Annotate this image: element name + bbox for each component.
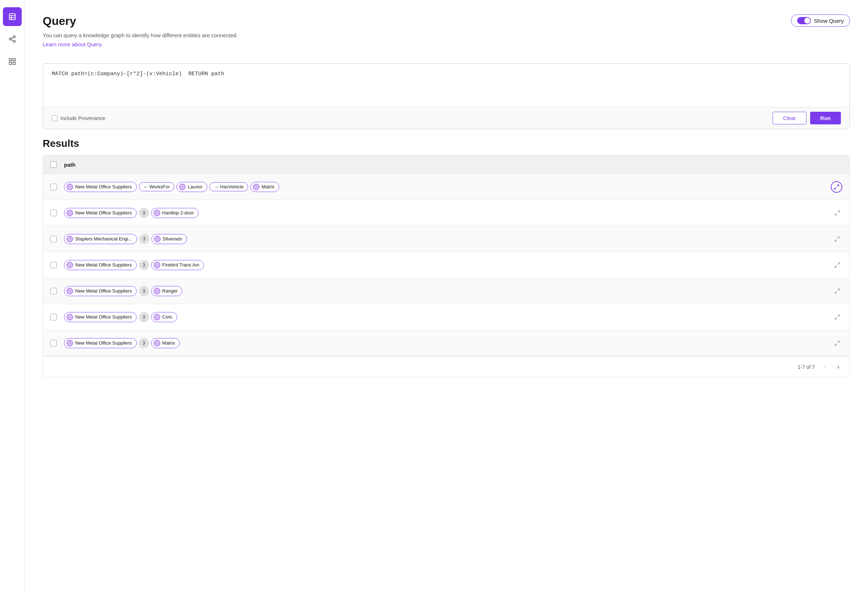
row-checkbox[interactable] — [50, 236, 57, 242]
svg-line-17 — [838, 237, 840, 239]
pill-entity: Hardtop 2-door — [151, 208, 199, 218]
sidebar — [0, 0, 25, 593]
svg-rect-12 — [13, 62, 15, 64]
svg-line-25 — [838, 341, 840, 343]
entity-icon — [66, 184, 73, 190]
row-checkbox[interactable] — [50, 210, 57, 216]
svg-line-19 — [838, 263, 840, 265]
svg-point-6 — [13, 40, 15, 43]
pill-entity: Matrix — [250, 182, 279, 192]
entity-icon — [66, 314, 73, 320]
pill-entity: New Metal Office Suppliers — [64, 286, 137, 296]
svg-rect-0 — [9, 14, 15, 20]
expand-icon — [834, 288, 840, 294]
pill-label: Lauren — [188, 184, 202, 189]
expand-icon — [834, 314, 840, 320]
sidebar-item-grid[interactable] — [3, 52, 22, 71]
row-checkbox[interactable] — [50, 262, 57, 268]
page-title: Query — [43, 15, 238, 28]
row-content: New Metal Office Suppliers 3 Civic — [64, 312, 825, 322]
row-checkbox[interactable] — [50, 184, 57, 190]
svg-line-23 — [838, 315, 840, 317]
sidebar-item-table[interactable] — [3, 7, 22, 26]
expand-button[interactable] — [832, 338, 842, 348]
svg-line-8 — [11, 37, 13, 39]
pill-entity: New Metal Office Suppliers — [64, 208, 137, 218]
svg-rect-9 — [9, 59, 11, 61]
expand-button[interactable] — [832, 260, 842, 270]
svg-point-4 — [13, 36, 15, 38]
pill-label: New Metal Office Suppliers — [75, 340, 132, 346]
expand-button[interactable] — [832, 208, 842, 218]
entity-icon — [154, 210, 160, 216]
table-row: New Metal Office Suppliers 3 Hardtop 2-d… — [43, 200, 850, 226]
svg-line-18 — [835, 239, 837, 241]
expand-button[interactable] — [832, 234, 842, 244]
pill-label: New Metal Office Suppliers — [75, 210, 132, 215]
expand-icon — [834, 236, 840, 242]
pill-entity: Civic — [151, 312, 177, 322]
table-row: New Metal Office Suppliers 3 Civic — [43, 304, 850, 330]
row-content: Staplers Mechanical Engi... 3 Silverado — [64, 234, 825, 244]
expand-button[interactable] — [831, 181, 842, 193]
expand-button[interactable] — [832, 312, 842, 322]
row-checkbox[interactable] — [50, 314, 57, 320]
svg-rect-11 — [9, 62, 11, 64]
pill-label: Silverado — [163, 236, 182, 242]
entity-icon — [154, 262, 160, 268]
query-footer: Include Provenance Clear Run — [43, 107, 850, 129]
table-icon — [8, 13, 16, 21]
row-checkbox[interactable] — [50, 340, 57, 347]
arrow-label: → HasVehicle — [214, 184, 244, 189]
row-content: New Metal Office Suppliers 3 Hardtop 2-d… — [64, 208, 825, 218]
show-query-toggle[interactable]: Show Query — [791, 15, 850, 27]
table-row: New Metal Office Suppliers 3 Matrix — [43, 330, 850, 356]
pill-arrow: → HasVehicle — [210, 182, 248, 191]
run-button[interactable]: Run — [810, 112, 841, 124]
pill-entity: New Metal Office Suppliers — [64, 260, 137, 270]
expand-icon — [834, 340, 840, 346]
pagination-next-button[interactable]: › — [834, 361, 842, 372]
pill-label: Matrix — [261, 184, 274, 189]
arrow-label: ← WorksFor — [143, 184, 170, 189]
entity-icon — [253, 184, 259, 190]
sidebar-item-graph[interactable] — [3, 30, 22, 49]
pill-entity: Firebird Trans Am — [151, 260, 204, 270]
pill-label: Ranger — [162, 288, 178, 294]
pill-label: New Metal Office Suppliers — [75, 314, 132, 320]
pagination-prev-button[interactable]: ‹ — [821, 361, 828, 372]
pill-label: Civic — [162, 314, 173, 320]
entity-icon — [179, 184, 186, 190]
results-title: Results — [43, 138, 850, 149]
table-row: Staplers Mechanical Engi... 3 Silverado — [43, 226, 850, 252]
provenance-text: Include Provenance — [61, 115, 105, 121]
pill-entity: Lauren — [177, 182, 207, 192]
clear-button[interactable]: Clear — [772, 112, 806, 124]
query-textarea[interactable] — [43, 63, 850, 107]
pill-entity: New Metal Office Suppliers — [64, 182, 137, 192]
provenance-label[interactable]: Include Provenance — [52, 115, 105, 121]
row-content: New Metal Office Suppliers 3 Firebird Tr… — [64, 260, 825, 270]
pill-entity: New Metal Office Suppliers — [64, 338, 137, 348]
pill-number: 3 — [139, 208, 149, 218]
learn-more-link[interactable]: Learn more about Query — [43, 41, 102, 47]
pill-entity: Ranger — [151, 286, 183, 296]
pill-number: 3 — [139, 260, 149, 270]
header-checkbox[interactable] — [50, 161, 57, 168]
entity-icon — [66, 210, 73, 216]
toggle-track — [797, 17, 811, 24]
pill-arrow: ← WorksFor — [139, 182, 175, 191]
expand-icon — [834, 184, 840, 190]
pill-label: New Metal Office Suppliers — [75, 288, 132, 294]
provenance-checkbox[interactable] — [52, 115, 58, 121]
svg-rect-10 — [13, 59, 15, 61]
table-row: New Metal Office Suppliers ← WorksFor La… — [43, 174, 850, 200]
pill-number: 3 — [139, 338, 149, 348]
header-col-path: path — [64, 162, 75, 168]
row-checkbox[interactable] — [50, 288, 57, 294]
query-box: Include Provenance Clear Run — [43, 63, 850, 129]
page-subtitle: You can query a knowledge graph to ident… — [43, 32, 238, 38]
expand-button[interactable] — [832, 286, 842, 296]
pill-number: 3 — [139, 312, 149, 322]
svg-line-20 — [835, 266, 837, 267]
